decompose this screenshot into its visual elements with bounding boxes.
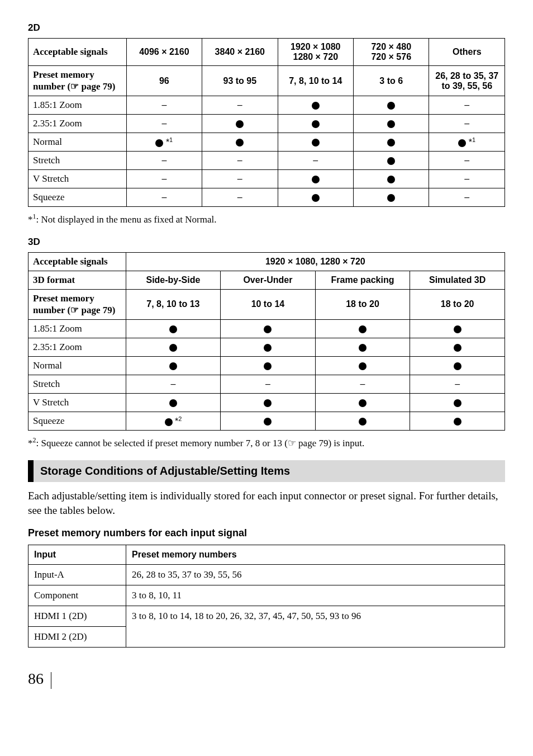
acceptable-signals-header: Acceptable signals — [28, 39, 127, 66]
input-col-header: Input — [28, 545, 126, 565]
table-cell: – — [202, 170, 278, 188]
table-cell — [221, 393, 316, 412]
col-3840: 3840 × 2160 — [202, 39, 278, 66]
table-row: Squeeze — [28, 412, 126, 430]
table-cell — [278, 96, 353, 115]
table-cell — [354, 96, 429, 115]
table-2d: Acceptable signals 4096 × 2160 3840 × 21… — [28, 38, 505, 207]
preset-3d-1: 10 to 14 — [221, 289, 316, 319]
table-cell — [202, 115, 278, 133]
table-row: HDMI 1 (2D) — [28, 606, 126, 627]
table-cell — [354, 115, 429, 133]
storage-heading: Storage Conditions of Adjustable/Setting… — [28, 460, 505, 482]
dot-icon — [454, 399, 461, 407]
dot-icon — [387, 157, 395, 165]
dot-icon — [312, 102, 320, 110]
table-cell: *2 — [126, 412, 221, 430]
table-cell — [410, 356, 505, 375]
table-cell: – — [202, 188, 278, 207]
table-cell — [126, 319, 221, 338]
dot-icon — [387, 176, 395, 183]
table-3d: Acceptable signals 1920 × 1080, 1280 × 7… — [28, 252, 505, 431]
table-cell — [221, 412, 316, 430]
dot-icon — [155, 139, 163, 147]
dot-icon — [264, 399, 272, 407]
format-label-3d: 3D format — [28, 271, 126, 289]
table-row: Normal — [28, 133, 127, 152]
table-cell: – — [126, 375, 221, 393]
table-inputs: Input Preset memory numbers Input-A 26, … — [28, 545, 505, 648]
preset-val-2: 7, 8, 10 to 14 — [278, 66, 353, 96]
preset-val-3: 3 to 6 — [354, 66, 429, 96]
table-cell: – — [429, 115, 505, 133]
table-cell — [410, 393, 505, 412]
table-cell — [354, 170, 429, 188]
col-720: 720 × 480 720 × 576 — [354, 39, 429, 66]
dot-icon — [264, 362, 272, 370]
table-cell: – — [315, 375, 410, 393]
dot-icon — [169, 362, 177, 370]
preset-val-0: 96 — [126, 66, 202, 96]
table-cell: *1 — [126, 133, 202, 152]
table-cell — [315, 393, 410, 412]
dot-icon — [359, 325, 367, 333]
dot-icon — [359, 344, 367, 352]
table-cell — [126, 356, 221, 375]
dot-icon — [165, 418, 173, 426]
dot-icon — [454, 325, 461, 333]
section-3d-label: 3D — [28, 237, 505, 248]
dot-icon — [359, 418, 367, 426]
dot-icon — [264, 325, 272, 333]
dot-icon — [387, 120, 395, 128]
table-cell — [315, 319, 410, 338]
table-cell — [221, 356, 316, 375]
preset-3d-3: 18 to 20 — [410, 289, 505, 319]
preset-col-header: Preset memory numbers — [126, 545, 505, 565]
table-cell: – — [429, 188, 505, 207]
pointer-icon: ☞ — [70, 81, 79, 92]
table-cell — [221, 319, 316, 338]
table-cell — [278, 188, 353, 207]
dot-icon — [236, 139, 244, 147]
dot-icon — [169, 344, 177, 352]
table-cell: – — [126, 188, 202, 207]
col-4096: 4096 × 2160 — [126, 39, 202, 66]
table-cell — [202, 133, 278, 152]
col-others: Others — [429, 39, 505, 66]
format-frame: Frame packing — [315, 271, 410, 289]
table-cell: – — [202, 96, 278, 115]
col-resolution-3d: 1920 × 1080, 1280 × 720 — [126, 252, 505, 271]
dot-icon — [236, 120, 244, 128]
dot-icon — [264, 418, 272, 426]
table-row-val: 26, 28 to 35, 37 to 39, 55, 56 — [126, 565, 505, 585]
format-side: Side-by-Side — [126, 271, 221, 289]
preset-val-1: 93 to 95 — [202, 66, 278, 96]
table-row: Input-A — [28, 565, 126, 585]
dot-icon — [387, 139, 395, 147]
table-cell — [354, 188, 429, 207]
table-cell: – — [429, 152, 505, 170]
table-cell: *1 — [429, 133, 505, 152]
dot-icon — [169, 399, 177, 407]
dot-icon — [312, 120, 320, 128]
table-cell: – — [429, 96, 505, 115]
preset-3d-2: 18 to 20 — [315, 289, 410, 319]
table-cell: – — [410, 375, 505, 393]
storage-subheading: Preset memory numbers for each input sig… — [28, 527, 505, 539]
table-row: 2.35:1 Zoom — [28, 115, 127, 133]
table-cell — [126, 338, 221, 356]
table-row-val: 3 to 8, 10 to 14, 18 to 20, 26, 32, 37, … — [126, 606, 505, 648]
table-row: Normal — [28, 356, 126, 375]
table-cell — [221, 338, 316, 356]
table-cell — [278, 170, 353, 188]
table-row: Stretch — [28, 152, 127, 170]
dot-icon — [264, 344, 272, 352]
table-cell — [315, 412, 410, 430]
table-row: 2.35:1 Zoom — [28, 338, 126, 356]
table-cell — [278, 115, 353, 133]
table-cell — [410, 338, 505, 356]
table-row: V Stretch — [28, 170, 127, 188]
acceptable-signals-header-3d: Acceptable signals — [28, 252, 126, 271]
table-row: 1.85:1 Zoom — [28, 96, 127, 115]
dot-icon — [359, 362, 367, 370]
